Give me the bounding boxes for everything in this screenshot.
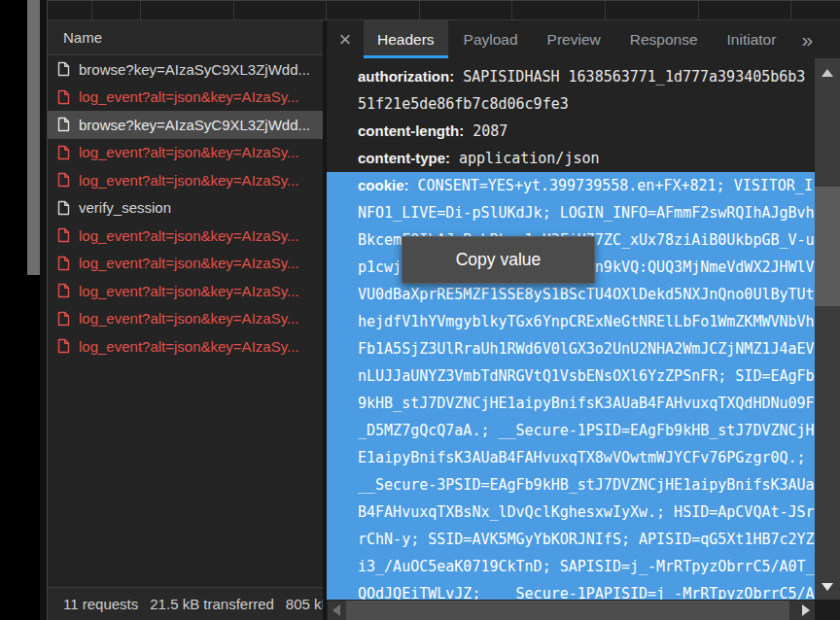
detail-tabs-row: × HeadersPayloadPreviewResponseInitiator… xyxy=(327,20,840,58)
file-icon xyxy=(57,283,70,298)
header-value: SAPISIDHASH 1638563771_1d777a393405b6b3 xyxy=(463,68,805,86)
header-value: NFO1_LIVE=Di-pSlUKdJk; LOGIN_INFO=AFmmF2… xyxy=(358,204,815,222)
header-value: hejdfV1hYVmgyblkyTGx6YnpCRExNeGtNRElLbFo… xyxy=(358,313,815,330)
file-icon xyxy=(57,89,70,105)
scroll-right-icon[interactable] xyxy=(802,604,810,616)
request-row[interactable]: log_event?alt=json&key=AIzaSy... xyxy=(48,332,323,361)
request-row[interactable]: log_event?alt=json&key=AIzaSy... xyxy=(48,305,323,333)
file-icon xyxy=(57,172,70,188)
scroll-up-icon[interactable] xyxy=(822,69,833,77)
header-line: i3_/AuOC5eaK0719CkTnD; SAPISID=j_-MrRTpy… xyxy=(327,553,815,580)
header-line: authorization: SAPISIDHASH 1638563771_1d… xyxy=(327,63,815,90)
detail-tabs: HeadersPayloadPreviewResponseInitiator xyxy=(362,20,789,58)
file-icon xyxy=(57,256,70,271)
file-icon xyxy=(57,311,70,327)
header-line: Fb1A5SjZ3UlRraUh1RWd6V0lGX3o2UnU2NHA2WmJ… xyxy=(327,335,815,362)
scroll-down-icon[interactable] xyxy=(822,583,833,591)
header-value: application/json xyxy=(459,150,600,167)
request-count: 11 requests xyxy=(63,596,138,612)
request-row[interactable]: browse?key=AIzaSyC9XL3ZjWdd... xyxy=(48,55,323,84)
header-line: E1aipyBnifsK3AUaB4FAHvuxqTX8wVOwtmWJYCFv… xyxy=(327,444,815,471)
header-line: hejdfV1hYVmgyblkyTGx6YnpCRExNeGtNRElLbFo… xyxy=(327,308,815,335)
header-line: __Secure-3PSID=EAgFb9kHB_stJ7DVZNCjHE1ai… xyxy=(327,471,815,499)
request-row[interactable]: log_event?alt=json&key=AIzaSy... xyxy=(48,139,323,167)
devtools-network-panel: Name browse?key=AIzaSyC9XL3ZjWdd...log_e… xyxy=(0,0,840,620)
header-name: cookie: xyxy=(358,177,409,193)
headers-view: authorization: SAPISIDHASH 1638563771_1d… xyxy=(327,58,815,600)
header-line: 9kHB_stJ7DVZNCjHE1aipyBnifsK3AUaB4FAHvux… xyxy=(327,390,815,417)
header-line: cookie: CONSENT=YES+yt.399739558.en+FX+8… xyxy=(327,172,815,199)
vertical-scrollbar[interactable] xyxy=(815,58,840,600)
request-name: log_event?alt=json&key=AIzaSy... xyxy=(79,310,299,327)
vertical-scrollbar-thumb[interactable] xyxy=(815,187,840,306)
request-row[interactable]: log_event?alt=json&key=AIzaSy... xyxy=(48,250,323,278)
tab-payload[interactable]: Payload xyxy=(450,20,532,58)
header-value: i3_/AuOC5eaK0719CkTnD; SAPISID=j_-MrRTpy… xyxy=(358,558,815,575)
tab-response[interactable]: Response xyxy=(616,20,712,58)
background-scrollbar-thumb[interactable] xyxy=(27,0,40,275)
header-name: content-type: xyxy=(358,150,450,166)
network-overview-strip xyxy=(47,0,840,20)
request-row[interactable]: browse?key=AIzaSyC9XL3ZjWdd... xyxy=(48,111,323,139)
name-column-header[interactable]: Name xyxy=(48,20,323,55)
header-value: VU0dBaXprRE5MZF1SSE8yS1BScTU4OXlDekd5NXJ… xyxy=(358,286,815,303)
header-value: __Secure-3PSID=EAgFb9kHB_stJ7DVZNCjHE1ai… xyxy=(358,476,815,494)
more-tabs-icon[interactable]: » xyxy=(789,20,824,58)
file-icon xyxy=(57,338,70,354)
request-name: log_event?alt=json&key=AIzaSy... xyxy=(79,172,299,189)
header-value: CONSENT=YES+yt.399739558.en+FX+821; VISI… xyxy=(418,177,813,194)
request-name: browse?key=AIzaSyC9XL3ZjWdd... xyxy=(79,117,310,133)
header-value: E1aipyBnifsK3AUaB4FAHvuxqTX8wVOwtmWJYCFv… xyxy=(358,449,806,466)
requests-panel: Name browse?key=AIzaSyC9XL3ZjWdd...log_e… xyxy=(47,20,323,620)
transferred-size: 21.5 kB transferred xyxy=(150,596,274,612)
header-name: authorization: xyxy=(358,68,454,85)
header-value: _D5MZ7gQcQ7aA.; __Secure-1PSID=EAgFb9kHB… xyxy=(358,422,815,439)
header-value: B4FAHvuxqTXBsNx_lDvQclKghesxwIyXw.; HSID… xyxy=(358,503,815,521)
request-list: browse?key=AIzaSyC9XL3ZjWdd...log_event?… xyxy=(48,55,323,361)
horizontal-scrollbar-thumb[interactable] xyxy=(346,601,789,620)
tab-initiator[interactable]: Initiator xyxy=(714,20,790,58)
scroll-left-icon[interactable] xyxy=(332,604,340,616)
horizontal-scrollbar[interactable] xyxy=(328,601,815,620)
header-line: content-length: 2087 xyxy=(327,118,815,145)
request-row[interactable]: log_event?alt=json&key=AIzaSy... xyxy=(48,277,323,305)
header-line: NFO1_LIVE=Di-pSlUKdJk; LOGIN_INFO=AFmmF2… xyxy=(327,199,815,226)
header-line: _D5MZ7gQcQ7aA.; __Secure-1PSID=EAgFb9kHB… xyxy=(327,417,815,444)
header-value: Fb1A5SjZ3UlRraUh1RWd6V0lGX3o2UnU2NHA2WmJ… xyxy=(358,340,815,358)
header-value: 51f21e5de86fb7c8d06c9fe3 xyxy=(358,95,569,113)
request-name: browse?key=AIzaSyC9XL3ZjWdd... xyxy=(79,61,310,78)
header-value: 9kHB_stJ7DVZNCjHE1aipyBnifsK3AUaB4FAHvux… xyxy=(358,395,815,412)
network-status-bar: 11 requests 21.5 kB transferred 805 kB r… xyxy=(48,587,323,620)
request-name: verify_session xyxy=(79,199,171,216)
request-row[interactable]: log_event?alt=json&key=AIzaSy... xyxy=(48,166,323,194)
scrollbar-corner xyxy=(815,600,840,620)
request-row[interactable]: verify_session xyxy=(48,194,323,223)
header-value: QOdJQEiTWLvJZ; __Secure-1PAPISID=j_-MrRT… xyxy=(358,585,815,600)
tab-preview[interactable]: Preview xyxy=(534,20,614,58)
background-gutter xyxy=(40,0,47,620)
request-row[interactable]: log_event?alt=json&key=AIzaSy... xyxy=(48,222,323,250)
request-row[interactable]: log_event?alt=json&key=AIzaSy... xyxy=(48,84,323,112)
request-name: log_event?alt=json&key=AIzaSy... xyxy=(79,88,299,105)
header-value: 2087 xyxy=(472,122,508,140)
request-name: log_event?alt=json&key=AIzaSy... xyxy=(79,144,299,160)
file-icon xyxy=(57,117,70,132)
request-name: log_event?alt=json&key=AIzaSy... xyxy=(79,338,299,355)
file-icon xyxy=(57,145,70,160)
request-name: log_event?alt=json&key=AIzaSy... xyxy=(79,227,299,244)
tab-headers[interactable]: Headers xyxy=(364,20,448,58)
header-value: rChN-y; SSID=AVK5MGyYbKORJNIfS; APISID=q… xyxy=(358,531,815,548)
header-line: nLUJJaUNYZ3VmbTdNRGVtQ1VsbENsOXl6YzZPSnF… xyxy=(327,362,815,390)
header-value: nLUJJaUNYZ3VmbTdNRGVtQ1VsbENsOXl6YzZPSnF… xyxy=(358,367,815,385)
file-icon xyxy=(57,61,70,77)
header-line: rChN-y; SSID=AVK5MGyYbKORJNIfS; APISID=q… xyxy=(327,526,815,553)
header-line: VU0dBaXprRE5MZF1SSE8yS1BScTU4OXlDekd5NXJ… xyxy=(327,281,815,308)
file-icon xyxy=(57,227,70,243)
close-icon[interactable]: × xyxy=(329,20,362,58)
header-line: QOdJQEiTWLvJZ; __Secure-1PAPISID=j_-MrRT… xyxy=(327,580,815,600)
header-name: content-length: xyxy=(358,122,464,139)
copy-value-menu-item[interactable]: Copy value xyxy=(402,236,595,284)
header-line: B4FAHvuxqTXBsNx_lDvQclKghesxwIyXw.; HSID… xyxy=(327,499,815,526)
request-name: log_event?alt=json&key=AIzaSy... xyxy=(79,283,299,299)
header-line: 51f21e5de86fb7c8d06c9fe3 xyxy=(327,90,815,118)
